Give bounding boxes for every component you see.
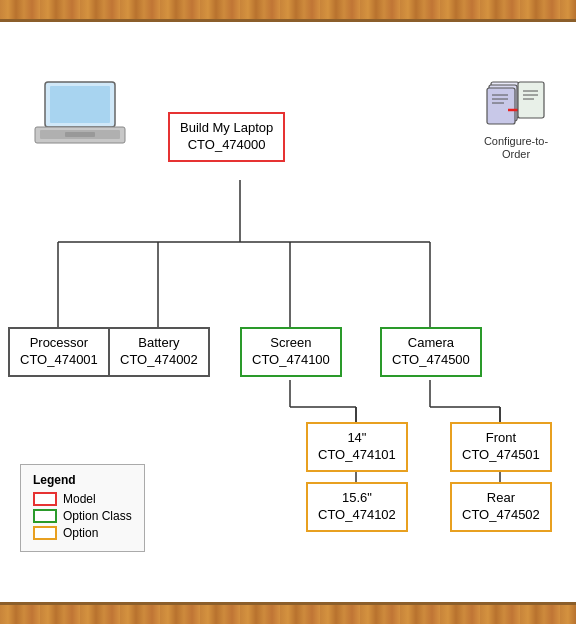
svg-rect-1 [50, 86, 110, 123]
screen-node-box: Screen CTO_474100 [240, 327, 342, 377]
screen-option-14-id: CTO_474101 [318, 447, 396, 464]
configure-to-order-icon: Configure-to-Order [476, 77, 556, 161]
legend-title: Legend [33, 473, 132, 487]
root-id: CTO_474000 [180, 137, 273, 154]
legend-label-model: Model [63, 492, 96, 506]
root-node: Build My Laptop CTO_474000 [168, 112, 285, 162]
camera-option-rear-label: Rear [462, 490, 540, 507]
screen-label: Screen [252, 335, 330, 352]
screen-id: CTO_474100 [252, 352, 330, 369]
camera-node: Camera CTO_474500 [380, 327, 482, 377]
legend-label-option: Option [63, 526, 98, 540]
screen-option-156-node: 15.6" CTO_474102 [306, 482, 408, 532]
svg-rect-12 [518, 82, 544, 118]
main-content: Configure-to-Order Build My Lapt [0, 22, 576, 602]
laptop-icon [30, 80, 130, 150]
processor-node-box: Processor CTO_474001 [8, 327, 110, 377]
legend-swatch-model [33, 492, 57, 506]
camera-node-box: Camera CTO_474500 [380, 327, 482, 377]
camera-option-front-box: Front CTO_474501 [450, 422, 552, 472]
svg-rect-7 [487, 88, 515, 124]
root-label: Build My Laptop [180, 120, 273, 137]
root-node-box: Build My Laptop CTO_474000 [168, 112, 285, 162]
wood-bottom-bar [0, 602, 576, 624]
wood-top-bar [0, 0, 576, 22]
cto-label: Configure-to-Order [476, 135, 556, 161]
legend-item-model: Model [33, 492, 132, 506]
legend-item-option: Option [33, 526, 132, 540]
screen-option-14-box: 14" CTO_474101 [306, 422, 408, 472]
processor-label: Processor [20, 335, 98, 352]
screen-node: Screen CTO_474100 [240, 327, 342, 377]
camera-option-rear-id: CTO_474502 [462, 507, 540, 524]
camera-option-front-node: Front CTO_474501 [450, 422, 552, 472]
screen-option-156-label: 15.6" [318, 490, 396, 507]
camera-option-rear-node: Rear CTO_474502 [450, 482, 552, 532]
screen-option-14-node: 14" CTO_474101 [306, 422, 408, 472]
legend-swatch-option-class [33, 509, 57, 523]
legend-item-option-class: Option Class [33, 509, 132, 523]
camera-option-front-label: Front [462, 430, 540, 447]
camera-label: Camera [392, 335, 470, 352]
camera-option-front-id: CTO_474501 [462, 447, 540, 464]
battery-id: CTO_474002 [120, 352, 198, 369]
legend: Legend Model Option Class Option [20, 464, 145, 552]
battery-label: Battery [120, 335, 198, 352]
screen-option-14-label: 14" [318, 430, 396, 447]
camera-option-rear-box: Rear CTO_474502 [450, 482, 552, 532]
legend-label-option-class: Option Class [63, 509, 132, 523]
battery-node-box: Battery CTO_474002 [108, 327, 210, 377]
screen-option-156-id: CTO_474102 [318, 507, 396, 524]
processor-id: CTO_474001 [20, 352, 98, 369]
screen-option-156-box: 15.6" CTO_474102 [306, 482, 408, 532]
processor-node: Processor CTO_474001 [8, 327, 110, 377]
battery-node: Battery CTO_474002 [108, 327, 210, 377]
svg-rect-4 [65, 132, 95, 137]
legend-swatch-option [33, 526, 57, 540]
camera-id: CTO_474500 [392, 352, 470, 369]
